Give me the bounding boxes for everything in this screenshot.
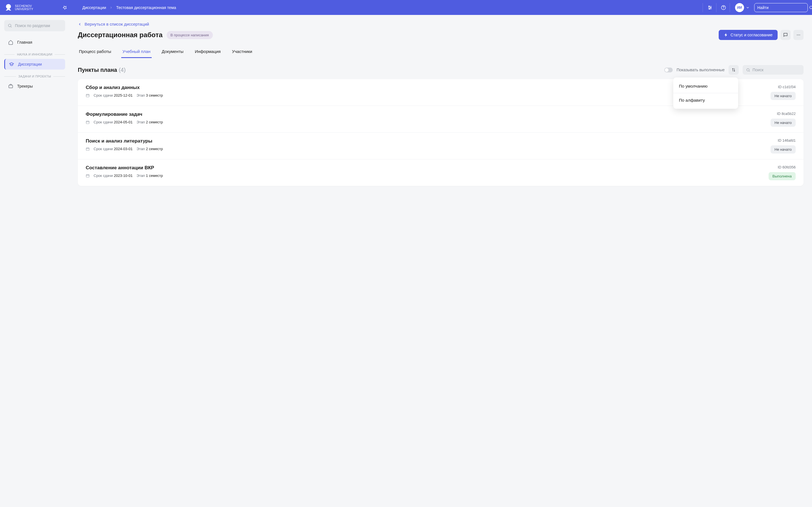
settings-button[interactable] bbox=[703, 3, 712, 12]
plan-item[interactable]: Поиск и анализ литературы Срок сдачи 202… bbox=[78, 133, 804, 159]
svg-point-3 bbox=[709, 6, 709, 7]
user-menu[interactable]: ИИ bbox=[730, 3, 750, 12]
svg-point-7 bbox=[723, 8, 723, 9]
calendar-icon bbox=[86, 147, 90, 151]
plan-item-meta: Срок сдачи 2025-12-01 Этап 3 семестр bbox=[86, 93, 765, 98]
plan-search-input[interactable] bbox=[753, 68, 802, 72]
tab-information[interactable]: Информация bbox=[194, 46, 222, 58]
svg-point-4 bbox=[710, 7, 711, 8]
plan-list-title: Пункты плана bbox=[78, 67, 117, 73]
help-icon bbox=[721, 5, 726, 10]
plan-item[interactable]: Составление аннотации ВКР Срок сдачи 202… bbox=[78, 159, 804, 186]
svg-rect-12 bbox=[9, 85, 13, 88]
back-link[interactable]: Вернуться в список диссертаций bbox=[78, 22, 149, 26]
chevron-down-icon bbox=[746, 6, 750, 10]
sort-option-alphabetical[interactable]: По алфавиту bbox=[673, 93, 738, 107]
page-title: Диссертационная работа bbox=[78, 31, 163, 39]
logo[interactable]: SECHENOV UNIVERSITY bbox=[4, 3, 33, 12]
breadcrumb: Диссертации Тестовая диссертационная тем… bbox=[82, 5, 176, 10]
svg-rect-30 bbox=[86, 174, 89, 177]
plan-item-id: ID 60fd356 bbox=[777, 165, 796, 169]
sidebar: Главная НАУКА И ИННОВАЦИИ Диссертации ЗА… bbox=[0, 15, 69, 193]
pin-button[interactable] bbox=[61, 4, 68, 11]
sort-button[interactable] bbox=[728, 65, 739, 75]
plan-item-status: Выполнена bbox=[769, 172, 796, 180]
grad-cap-icon bbox=[9, 62, 14, 67]
search-icon bbox=[809, 5, 812, 10]
comments-button[interactable] bbox=[780, 30, 791, 40]
plan-item-status: Не начато bbox=[770, 145, 796, 154]
status-pill: В процессе написания bbox=[167, 31, 213, 39]
tab-participants[interactable]: Участники bbox=[231, 46, 253, 58]
briefcase-icon bbox=[8, 83, 13, 89]
plan-item-meta: Срок сдачи 2024-05-01 Этап 2 семестр bbox=[86, 120, 765, 124]
show-completed-toggle[interactable] bbox=[664, 68, 673, 72]
nav-label: Трекеры bbox=[17, 84, 33, 89]
help-button[interactable] bbox=[716, 3, 725, 12]
svg-point-10 bbox=[8, 24, 11, 27]
svg-point-5 bbox=[709, 8, 710, 9]
plan-item-title: Составление аннотации ВКР bbox=[86, 165, 763, 171]
search-icon bbox=[8, 23, 12, 28]
calendar-icon bbox=[86, 174, 90, 178]
plan-search[interactable] bbox=[743, 65, 804, 75]
plan-item-meta: Срок сдачи 2024-03-01 Этап 2 семестр bbox=[86, 147, 765, 151]
svg-line-17 bbox=[749, 71, 750, 71]
breadcrumb-item[interactable]: Тестовая диссертационная тема bbox=[116, 5, 176, 10]
chevron-right-icon bbox=[109, 6, 113, 9]
main-content: Вернуться в список диссертаций Диссертац… bbox=[69, 15, 812, 193]
nav-label: Диссертации bbox=[18, 62, 42, 66]
plan-item-status: Не начато bbox=[770, 119, 796, 127]
plan-item-status: Не начато bbox=[770, 92, 796, 100]
svg-point-13 bbox=[797, 35, 797, 35]
svg-point-16 bbox=[747, 68, 749, 71]
nav-label: Главная bbox=[17, 40, 32, 45]
chat-icon bbox=[783, 33, 788, 38]
tab-process[interactable]: Процесс работы bbox=[78, 46, 112, 58]
search-icon bbox=[746, 68, 750, 72]
plan-item-id: ID c1d1f34 bbox=[778, 85, 796, 89]
tab-documents[interactable]: Документы bbox=[161, 46, 185, 58]
status-approval-button[interactable]: Статус и согласование bbox=[719, 30, 777, 40]
svg-point-14 bbox=[798, 35, 799, 35]
logo-text: SECHENOV UNIVERSITY bbox=[15, 4, 33, 11]
avatar: ИИ bbox=[735, 3, 744, 12]
page-header: Диссертационная работа В процессе написа… bbox=[78, 30, 804, 40]
plan-item-title: Сбор и анализ данных bbox=[86, 85, 765, 91]
global-search-input[interactable] bbox=[757, 5, 807, 10]
nav-section-header: НАУКА И ИННОВАЦИИ bbox=[4, 53, 65, 56]
plan-item-meta: Срок сдачи 2023-10-01 Этап 1 семестр bbox=[86, 173, 763, 178]
sidebar-search-input[interactable] bbox=[15, 23, 64, 28]
sliders-icon bbox=[707, 5, 712, 10]
plan-list-count: (4) bbox=[119, 67, 125, 73]
sort-icon bbox=[731, 68, 736, 72]
svg-point-15 bbox=[799, 35, 800, 35]
plan-item-id: ID 146afd1 bbox=[777, 138, 796, 143]
sort-dropdown: По умолчанию По алфавиту bbox=[673, 77, 738, 109]
sort-option-default[interactable]: По умолчанию bbox=[673, 79, 738, 93]
tab-study-plan[interactable]: Учебный план bbox=[121, 46, 151, 58]
topbar: SECHENOV UNIVERSITY Диссертации Тестовая… bbox=[0, 0, 812, 15]
calendar-icon bbox=[86, 120, 90, 124]
nav-dissertations[interactable]: Диссертации bbox=[4, 59, 65, 69]
chevron-left-icon bbox=[78, 22, 82, 26]
global-search[interactable] bbox=[754, 3, 808, 12]
more-button[interactable] bbox=[794, 30, 804, 40]
bolt-icon bbox=[724, 33, 728, 37]
svg-rect-18 bbox=[86, 94, 89, 97]
calendar-icon bbox=[86, 94, 90, 98]
dots-icon bbox=[796, 33, 801, 38]
breadcrumb-item[interactable]: Диссертации bbox=[82, 5, 106, 10]
show-completed-label: Показывать выполненные bbox=[677, 68, 725, 72]
plan-list-header: Пункты плана (4) Показывать выполненные … bbox=[78, 65, 804, 75]
nav-home[interactable]: Главная bbox=[4, 37, 65, 48]
nav-trackers[interactable]: Трекеры bbox=[4, 81, 65, 92]
svg-rect-26 bbox=[86, 148, 89, 150]
plan-item[interactable]: Формулирование задач Срок сдачи 2024-05-… bbox=[78, 106, 804, 133]
logo-icon bbox=[4, 3, 13, 12]
svg-rect-22 bbox=[86, 121, 89, 123]
svg-line-11 bbox=[11, 26, 11, 27]
sidebar-search[interactable] bbox=[4, 20, 65, 31]
tabs: Процесс работы Учебный план Документы Ин… bbox=[78, 46, 804, 58]
svg-point-8 bbox=[810, 6, 812, 8]
